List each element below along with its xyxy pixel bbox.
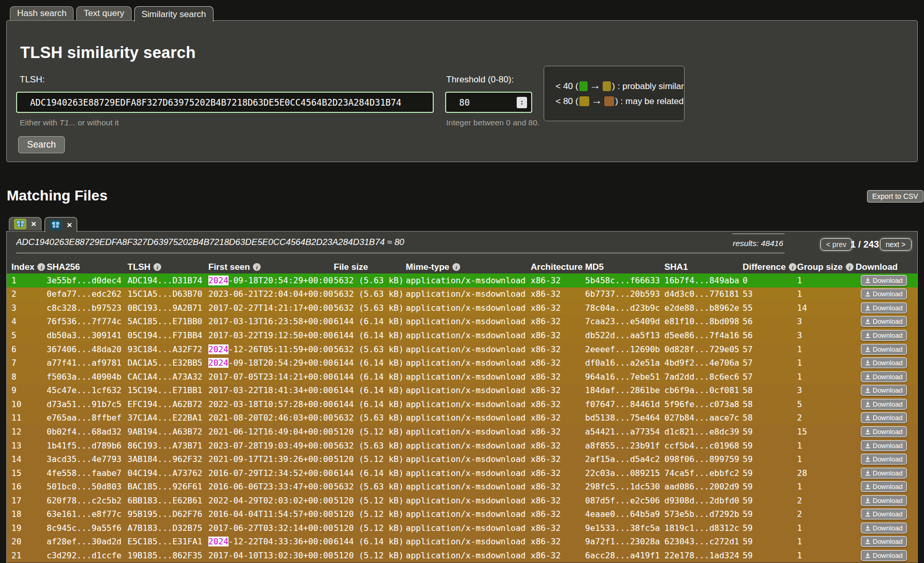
cell-md5: 087d5f...e2c506	[585, 494, 664, 508]
cell-tlsh: 95B195...D62F76	[127, 508, 208, 522]
highlighted-year: 2024	[208, 537, 229, 546]
cell-tlsh: 15C194...E71BB1	[127, 384, 208, 398]
cell-sha256: 1b41f5...d789b6	[47, 439, 127, 453]
cell-group-size: 1	[797, 356, 856, 370]
download-button[interactable]: Download	[861, 495, 907, 506]
cell-architecture: x86-32	[531, 508, 585, 522]
tlsh-input[interactable]	[16, 92, 434, 113]
download-button[interactable]: Download	[861, 330, 907, 341]
page-indicator: 1 / 243	[850, 239, 879, 250]
cell-index: 1	[7, 273, 47, 287]
download-button[interactable]: Download	[861, 426, 907, 437]
search-button[interactable]: Search	[18, 136, 65, 153]
download-button[interactable]: Download	[861, 288, 907, 299]
cell-group-size: 1	[797, 439, 856, 453]
download-button[interactable]: Download	[861, 385, 907, 396]
cell-sha256: e765aa...8ffbef	[47, 411, 127, 425]
close-icon[interactable]: ×	[31, 220, 36, 228]
cell-sha1: d9308d...2dbfd0	[664, 494, 743, 508]
tab-similarity-search[interactable]: Similarity search	[134, 6, 214, 22]
cell-download: Download	[856, 411, 918, 425]
download-button[interactable]: Download	[861, 316, 907, 327]
download-icon	[865, 443, 871, 449]
cell-first-seen: 2016-07-29T12:34:52+00:00	[208, 466, 334, 480]
col-header-mime-type: Mime-typei	[406, 261, 531, 273]
download-button[interactable]: Download	[861, 399, 907, 410]
cell-mime-type: application/x-msdownload	[406, 425, 531, 439]
table-row: 20af28ef...30ad2dE5C185...E31FA12024-12-…	[7, 535, 918, 549]
cell-mime-type: application/x-msdownload	[406, 480, 531, 494]
download-button[interactable]: Download	[861, 536, 907, 547]
download-button[interactable]: Download	[861, 468, 907, 479]
table-row: 131b41f5...d789b686C193...A73B712023-07-…	[7, 439, 918, 453]
download-button-label: Download	[873, 277, 903, 284]
table-row: 6367406...48da2093C184...A32F722024-12-2…	[7, 342, 918, 356]
cell-mime-type: application/x-msdownload	[406, 508, 531, 522]
cell-sha256: af28ef...30ad2d	[47, 535, 127, 549]
cell-difference: 58	[743, 411, 797, 425]
cell-mime-type: application/x-msdownload	[406, 452, 531, 466]
cell-tlsh: 19B185...862F35	[127, 548, 208, 562]
table-row: 7a77f41...af9781DAC1A5...E32BB52024-09-1…	[7, 356, 918, 370]
download-button[interactable]: Download	[861, 481, 907, 492]
download-button-label: Download	[873, 304, 903, 312]
download-button[interactable]: Download	[861, 454, 907, 465]
cell-mime-type: application/x-msdownload	[406, 535, 531, 549]
cell-first-seen: 2017-03-22T18:41:34+00:00	[208, 384, 334, 398]
cell-sha1: aad086...2002d9	[664, 480, 743, 494]
tab-text-query[interactable]: Text query	[76, 6, 131, 20]
download-button[interactable]: Download	[861, 302, 907, 313]
download-button[interactable]: Download	[861, 357, 907, 368]
cell-architecture: x86-32	[531, 397, 585, 411]
results-table-body: 13e55bf...d0dec4ADC194...D31B742024-09-1…	[7, 273, 918, 562]
cell-architecture: x86-32	[531, 287, 585, 301]
cell-group-size: 1	[797, 452, 856, 466]
info-icon[interactable]: i	[789, 263, 797, 271]
col-header-group-size: Group sizei	[797, 261, 856, 273]
info-icon[interactable]: i	[253, 263, 261, 271]
result-tab-2[interactable]: ×	[45, 217, 77, 232]
cell-group-size: 2	[797, 411, 856, 425]
cell-sha256: 0b02f4...68ad32	[47, 425, 127, 439]
spinner-down-icon[interactable]: ▼	[520, 103, 523, 106]
cell-sha1: e81f10...8bd098	[664, 315, 743, 329]
download-button[interactable]: Download	[861, 371, 907, 382]
cell-file-size: 5632 (5.63 kB)	[334, 273, 406, 287]
cell-index: 6	[7, 342, 47, 356]
prev-page-button[interactable]: < prev	[820, 238, 852, 251]
download-button[interactable]: Download	[861, 440, 907, 451]
download-button[interactable]: Download	[861, 275, 907, 286]
download-button[interactable]: Download	[861, 523, 907, 533]
download-button-label: Download	[873, 386, 903, 394]
info-icon[interactable]: i	[452, 263, 460, 271]
cell-file-size: 6144 (6.14 kB)	[334, 466, 406, 480]
cell-file-size: 5632 (5.63 kB)	[334, 287, 406, 301]
cell-sha256: db50a3...309141	[47, 328, 127, 342]
cell-first-seen: 2016-06-06T23:33:47+00:00	[208, 480, 334, 494]
export-to-csv-button[interactable]: Export to CSV	[867, 190, 923, 203]
cell-tlsh: DAC1A5...E32BB5	[127, 356, 208, 370]
cell-sha1: 0d828f...729e05	[664, 342, 743, 356]
download-button[interactable]: Download	[861, 412, 907, 423]
number-spinner[interactable]: ▲▼	[517, 97, 527, 108]
download-button[interactable]: Download	[861, 550, 907, 561]
cell-group-size: 1	[797, 548, 856, 562]
tab-hash-search[interactable]: Hash search	[10, 6, 74, 20]
download-button-label: Download	[873, 552, 903, 559]
download-button[interactable]: Download	[861, 509, 907, 519]
cell-download: Download	[856, 480, 918, 494]
cell-difference: 57	[743, 356, 797, 370]
cell-index: 19	[7, 521, 47, 535]
info-icon[interactable]: i	[846, 263, 854, 271]
cell-sha256: 8c945c...9a55f6	[47, 521, 127, 535]
close-icon[interactable]: ×	[67, 221, 72, 229]
cell-download: Download	[856, 287, 918, 301]
info-icon[interactable]: i	[37, 263, 45, 271]
result-tabs: × ×	[9, 217, 77, 232]
cell-group-size: 1	[797, 287, 856, 301]
next-page-button[interactable]: next >	[880, 238, 912, 251]
result-tab-1[interactable]: ×	[9, 217, 41, 230]
download-button[interactable]: Download	[861, 344, 907, 355]
info-icon[interactable]: i	[153, 263, 161, 271]
cell-mime-type: application/x-msdownload	[406, 273, 531, 287]
